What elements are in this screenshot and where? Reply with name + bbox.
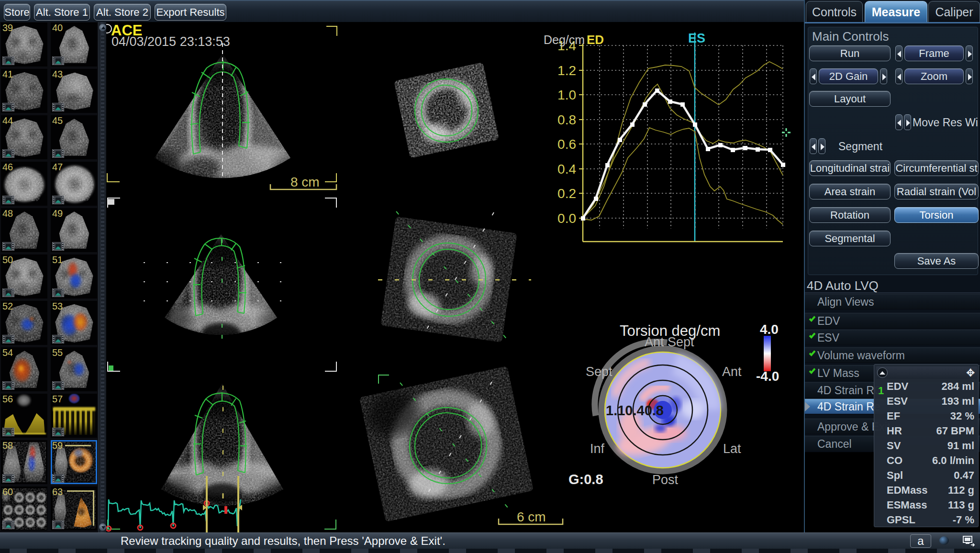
svg-text:ED: ED: [587, 33, 604, 47]
svg-text:-4.0: -4.0: [756, 369, 779, 384]
svg-text:1.2: 1.2: [557, 63, 576, 78]
svg-text:0.2: 0.2: [557, 186, 576, 201]
svg-text:Ant: Ant: [722, 365, 742, 379]
svg-text:Lat: Lat: [723, 442, 741, 456]
svg-text:1.10.40.8: 1.10.40.8: [606, 403, 664, 418]
svg-text:6 cm: 6 cm: [517, 509, 546, 524]
svg-text:Post: Post: [652, 473, 679, 487]
svg-text:Sept: Sept: [586, 365, 612, 379]
svg-text:04/03/2015 23:13:53: 04/03/2015 23:13:53: [111, 34, 230, 49]
svg-text:G:0.8: G:0.8: [568, 472, 603, 487]
svg-text:Deg/cm: Deg/cm: [544, 33, 585, 46]
svg-text:0.0: 0.0: [557, 211, 576, 226]
svg-text:0.4: 0.4: [557, 162, 576, 177]
svg-text:ES: ES: [688, 31, 705, 45]
svg-text:Torsion deg/cm: Torsion deg/cm: [620, 322, 720, 339]
svg-text:0.6: 0.6: [557, 137, 576, 152]
svg-text:4.0: 4.0: [760, 322, 779, 337]
svg-text:8 cm: 8 cm: [290, 175, 320, 189]
svg-text:Inf: Inf: [590, 442, 605, 456]
svg-text:1.0: 1.0: [557, 88, 576, 102]
svg-text:0.8: 0.8: [557, 112, 576, 127]
